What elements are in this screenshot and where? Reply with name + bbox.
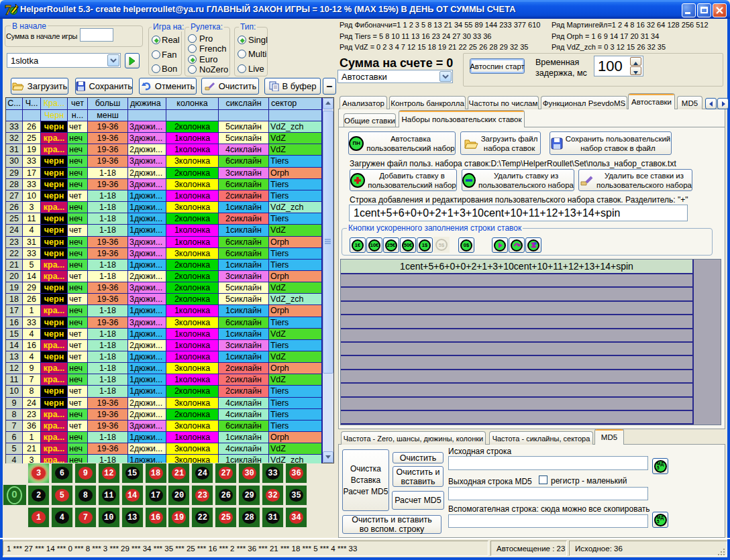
- svg-text:7: 7: [5, 3, 11, 17]
